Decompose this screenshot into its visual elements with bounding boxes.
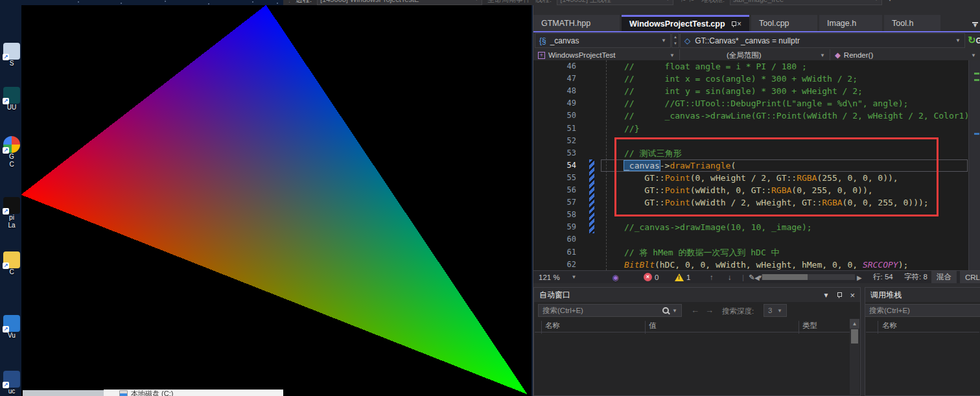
error-count[interactable]: ×0 [644, 271, 659, 283]
line-number: 58 [553, 209, 576, 221]
desktop-shortcut-icon[interactable]: ↗Vu [2, 315, 21, 340]
intellicode-icon[interactable]: ◉ [612, 271, 619, 283]
method-dropdown[interactable]: ◆ Render() ▼ [830, 49, 980, 61]
desktop-shortcut-icon[interactable]: ↗piLa [2, 197, 21, 229]
line-number: 51 [553, 122, 576, 135]
flag-icon[interactable]: ⚑ ⚑ [680, 0, 695, 4]
warning-count[interactable]: 1 [675, 271, 690, 283]
next-issue-button[interactable]: ↓ [728, 271, 732, 283]
prev-issue-button[interactable]: ↑ [710, 271, 714, 283]
scrollbar-mark-blue [974, 133, 979, 135]
thread-label: 线程: [535, 0, 552, 5]
tab-label: WindowsProjectTest.cpp [629, 19, 725, 29]
desktop-shortcut-icon[interactable]: ↗GC [2, 136, 21, 169]
insert-mode-indicator[interactable]: 混合 [931, 271, 957, 283]
debug-toolbar: ⋮ 进程: [145068] WindowsProjectTestE▼ 生命周期… [283, 0, 980, 5]
code-line-49: // //GT::UTool::DebugPrint(L"angle = %d\… [624, 97, 908, 110]
search-icon [662, 307, 670, 315]
code-editor[interactable]: 4647484950515253545556575859606162 // fl… [533, 60, 980, 270]
symbol-dropdown[interactable]: {§ _canvas ▼ [535, 33, 671, 48]
column-name[interactable]: 名称 [882, 321, 897, 331]
close-tab-icon[interactable]: × [737, 19, 741, 29]
process-dropdown[interactable]: [145068] WindowsProjectTestE▼ [317, 0, 482, 5]
visual-studio-window: GTMATH.hppWindowsProjectTest.cpp×Tool.cp… [533, 5, 980, 396]
window-position-icon[interactable]: ▼ [823, 292, 830, 299]
code-token: // _canvas->drawLine(GT::Point(wWidth / … [624, 111, 980, 121]
file-explorer-sliver[interactable]: 本地磁盘 (C:) [104, 390, 283, 396]
column-name[interactable]: 名称 [545, 321, 560, 331]
zoom-select[interactable]: 121 %▼ [539, 271, 577, 283]
tab-Tool.h[interactable]: Tool.h [884, 15, 940, 31]
render-window [21, 5, 531, 396]
forward-arrow-icon[interactable]: → [705, 305, 714, 315]
desktop-shortcut-icon[interactable]: ↗UU [2, 87, 21, 111]
editor-tab-bar: GTMATH.hppWindowsProjectTest.cpp×Tool.cp… [533, 5, 980, 32]
column-value[interactable]: 值 [649, 321, 657, 331]
drive-icon [119, 390, 128, 396]
line-number: 49 [553, 97, 576, 110]
declaration-icon: ◇ [684, 36, 690, 45]
stack-frame-dropdown[interactable]: stbi_image_free▼ [730, 0, 882, 5]
thread-dropdown[interactable]: [143652] 主线程▼ [557, 0, 673, 5]
desktop-shortcut-icon[interactable]: ↗uc [2, 371, 21, 395]
warning-icon [675, 274, 684, 281]
code-token: // //GT::UTool::DebugPrint(L"angle = %d\… [624, 99, 908, 108]
desktop-icon-label: pi [2, 214, 21, 222]
editor-vertical-scrollbar[interactable] [968, 60, 980, 270]
stack-frame-label: 堆栈框: [701, 0, 725, 5]
tab-label: GTMATH.hpp [541, 19, 590, 28]
line-number: 52 [553, 135, 576, 147]
tab-GTMATH.hpp[interactable]: GTMATH.hpp [533, 15, 620, 31]
shortcut-arrow-icon: ↗ [3, 262, 9, 269]
autos-scrollbar[interactable]: ▲ [850, 319, 859, 395]
desktop-shortcut-icon[interactable]: ↗C [2, 251, 21, 276]
autos-title-bar[interactable]: 自动窗口 ▼ × [534, 288, 860, 302]
line-ending-indicator[interactable]: CRL [960, 271, 980, 283]
lifecycle-events-button[interactable]: 生命周期事件 [487, 0, 530, 5]
close-icon[interactable]: × [850, 290, 855, 300]
desktop-icon-label: C [2, 268, 21, 276]
wallpaper-star [252, 1, 253, 3]
code-line-46: // float angle = i * PI / 180 ; [624, 60, 807, 73]
editor-horizontal-scrollbar[interactable] [762, 274, 855, 280]
declaration-dropdown[interactable]: ◇ GT::Canvas* _canvas = nullptr ▼ [680, 33, 965, 48]
wallpaper-star [208, 3, 209, 5]
project-dropdown[interactable]: + WindowsProjectTest ▼ [533, 49, 680, 61]
scope-dropdown[interactable]: (全局范围) ▼ [680, 49, 830, 61]
line-number: 47 [553, 73, 576, 85]
desktop-icon-label: Vu [2, 332, 21, 340]
pin-icon[interactable] [837, 292, 842, 298]
desktop-icon-label: UU [2, 104, 21, 111]
hscroll-right-arrow[interactable]: ▶ [857, 272, 862, 284]
code-token: // float angle = i * PI / 180 ; [624, 62, 807, 71]
tab-Image.h[interactable]: Image.h [819, 15, 882, 31]
line-number: 50 [553, 110, 576, 122]
back-arrow-icon[interactable]: ← [691, 305, 699, 315]
tab-overflow-icon[interactable]: ▼ [972, 22, 978, 28]
shortcut-arrow-icon: ↗ [3, 98, 9, 104]
hscroll-thumb[interactable] [762, 274, 808, 280]
search-depth-select[interactable]: 3▼ [764, 304, 787, 317]
code-line-59: //_canvas->drawImage(10, 10, _image); [624, 221, 812, 233]
callstack-panel: 调用堆栈 搜索(Ctrl+E) 名称 [865, 287, 980, 396]
pin-tab-icon[interactable] [731, 21, 732, 27]
callstack-search-input[interactable]: 搜索(Ctrl+E) [865, 304, 980, 317]
background-window-sliver [23, 390, 104, 396]
wallpaper-star [165, 1, 166, 2]
code-line-51: //} [624, 122, 639, 135]
desktop-shortcut-icon[interactable]: ↗S [2, 43, 21, 67]
screen: ↗S↗UU↗GC↗piLa↗C↗Vu↗uc ⋮ 进程: [145068] Win… [0, 0, 980, 396]
error-icon: × [644, 273, 652, 281]
autos-search-input[interactable]: 搜索(Ctrl+E) ▼ [538, 304, 682, 317]
scroll-up-icon[interactable]: ▲ [850, 319, 859, 329]
hscroll-left-arrow[interactable]: ◀ [754, 272, 760, 284]
symbol-spinner[interactable]: ▲▼ [671, 33, 679, 48]
callstack-title-bar[interactable]: 调用堆栈 [865, 288, 980, 302]
code-token: (hDC, 0, 0, wWidth, wHeight, hMem, 0, 0, [655, 260, 863, 270]
tab-WindowsProjectTest.cpp[interactable]: WindowsProjectTest.cpp× [622, 15, 749, 31]
column-type[interactable]: 类型 [802, 321, 817, 331]
desktop-icon-label: La [2, 222, 21, 229]
toolbar-overflow-icon[interactable]: ▼ [887, 0, 892, 2]
navigate-icon[interactable]: ↻G [968, 34, 980, 46]
tab-Tool.cpp[interactable]: Tool.cpp [751, 15, 817, 31]
